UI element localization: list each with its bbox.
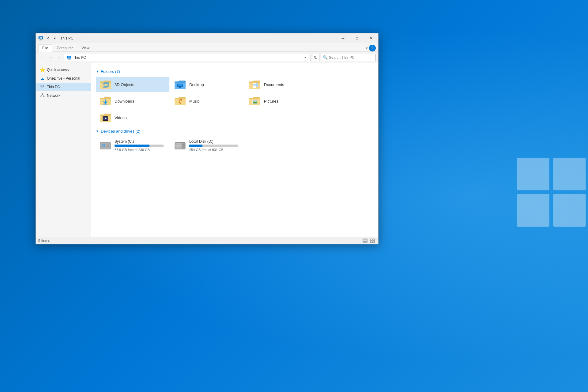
sidebar-label-quick-access: Quick access [47,68,69,72]
svg-rect-58 [102,144,103,145]
help-button[interactable]: ? [369,45,376,51]
sidebar-item-onedrive[interactable]: ☁ OneDrive - Personal [36,74,91,83]
this-pc-icon [40,85,45,90]
drive-c-icon [99,140,111,151]
svg-rect-38 [256,83,258,87]
svg-rect-18 [40,85,43,87]
search-input[interactable] [329,55,375,60]
title-down-arrow[interactable]: ▾ [52,35,58,41]
view-controls [362,238,376,243]
drives-grid: System (C:) 67.9 GB free of 236 GB [96,137,373,154]
folders-chevron: ▼ [96,70,99,73]
status-bar: 9 items [36,237,378,244]
address-pc-icon [67,55,72,60]
folder-videos[interactable]: Videos [96,110,169,125]
onedrive-icon: ☁ [40,76,45,81]
folder-pictures-label: Pictures [264,99,278,104]
svg-rect-2 [517,194,549,227]
svg-rect-20 [40,88,43,88]
sidebar-item-quick-access[interactable]: ⭐ Quick access [36,66,91,74]
windows-logo-deco [511,119,588,273]
drive-d-icon [174,140,186,151]
item-count: 9 items [38,239,50,243]
tab-view[interactable]: View [77,44,93,51]
maximize-button[interactable]: □ [350,33,364,43]
drive-c-bar [115,145,164,147]
folder-downloads[interactable]: Downloads [96,93,169,109]
up-button[interactable]: ↑ [55,54,63,61]
svg-rect-16 [68,59,71,59]
svg-rect-50 [103,116,104,117]
drive-d-info: Local Disk (D:) 254 GB free of 931 GB [189,139,238,152]
svg-rect-54 [107,118,108,118]
svg-rect-37 [253,83,256,88]
drive-system-c[interactable]: System (C:) 67.9 GB free of 236 GB [96,137,169,154]
svg-rect-7 [39,40,42,40]
folder-pictures[interactable]: Pictures [245,93,319,109]
back-quick-btn[interactable] [45,35,51,41]
sidebar-label-this-pc: This PC [47,85,60,89]
main-area: ⭐ Quick access ☁ OneDrive - Personal Thi… [36,63,378,237]
drive-c-free: 67.9 GB free of 236 GB [115,148,164,152]
folder-documents[interactable]: Documents [245,77,319,92]
svg-point-23 [43,96,44,97]
svg-rect-35 [179,87,181,88]
svg-line-25 [42,95,44,96]
drives-section-header[interactable]: ▼ Devices and drives (2) [96,129,373,134]
svg-rect-75 [370,239,372,240]
svg-rect-53 [107,116,108,117]
close-button[interactable]: ✕ [364,33,378,43]
window-title: This PC [60,36,74,40]
folder-desktop[interactable]: Desktop [171,77,244,92]
drives-title: Devices and drives (2) [101,129,140,134]
search-box: 🔍 [321,54,376,61]
folders-section-header[interactable]: ▼ Folders (7) [96,69,373,74]
list-view-button[interactable] [362,238,368,243]
svg-rect-0 [517,158,549,190]
explorer-window: ▾ This PC ─ □ ✕ File Computer View ▾ ? ←… [36,33,379,244]
svg-rect-66 [175,143,182,149]
back-button[interactable]: ← [38,54,46,61]
address-input[interactable]: This PC ▾ [64,54,311,61]
drive-d-fill [189,145,202,147]
drive-local-d[interactable]: Local Disk (D:) 254 GB free of 931 GB [171,137,244,154]
folder-desktop-icon [174,79,186,90]
ribbon-collapse-btn[interactable]: ▾ [366,46,368,50]
refresh-button[interactable]: ↻ [312,54,319,61]
icon-view-button[interactable] [369,238,376,243]
minimize-button[interactable]: ─ [336,33,350,43]
svg-rect-11 [40,38,41,39]
sidebar-label-network: Network [47,93,60,98]
folder-desktop-label: Desktop [189,82,204,87]
search-icon: 🔍 [323,55,328,60]
svg-rect-9 [40,37,41,38]
pc-icon [38,36,43,41]
folder-music-icon [174,96,186,107]
folder-3d-label: 3D Objects [115,82,134,87]
sidebar-label-onedrive: OneDrive - Personal [47,76,80,81]
folders-grid: 3D Objects [96,77,373,125]
tab-computer[interactable]: Computer [53,44,77,51]
address-this-pc: This PC [73,55,86,60]
svg-rect-15 [68,59,70,59]
network-icon [40,93,45,98]
sidebar: ⭐ Quick access ☁ OneDrive - Personal Thi… [36,63,91,237]
svg-rect-61 [104,146,105,147]
sidebar-item-network[interactable]: Network [36,91,91,100]
svg-rect-32 [103,84,107,87]
address-path: This PC [67,55,86,60]
window-controls: ─ □ ✕ [336,33,378,43]
tab-file[interactable]: File [38,44,52,52]
folder-music[interactable]: Music [171,93,244,109]
sidebar-item-this-pc[interactable]: This PC [36,83,91,91]
folder-3d-objects[interactable]: 3D Objects [96,77,169,92]
forward-button[interactable]: → [47,54,54,61]
address-bar: ← → ↑ This PC ▾ ↻ 🔍 [36,52,378,63]
svg-rect-59 [104,144,105,145]
folder-documents-label: Documents [264,82,284,87]
svg-rect-72 [363,239,367,240]
folder-music-label: Music [189,99,200,104]
svg-rect-34 [178,84,183,86]
svg-rect-73 [363,240,367,241]
address-dropdown-btn[interactable]: ▾ [302,54,308,61]
